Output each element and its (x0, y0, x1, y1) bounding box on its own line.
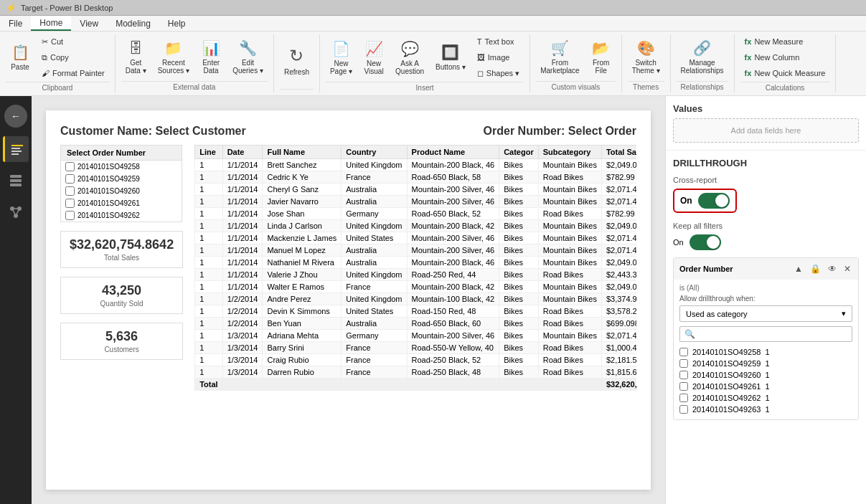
keep-filters-toggle[interactable] (689, 234, 721, 250)
from-file-button[interactable]: 📂 FromFile (587, 36, 616, 79)
filter-search-input[interactable] (698, 330, 847, 338)
table-row: 11/3/2014Darren RubioFranceRoad-250 Blac… (195, 366, 636, 379)
from-marketplace-label: FromMarketplace (540, 59, 579, 75)
filter-lock-button[interactable]: 🔒 (809, 262, 822, 275)
chevron-down-icon: ▾ (842, 309, 846, 318)
svg-rect-1 (11, 148, 20, 149)
recent-sources-button[interactable]: 📁 RecentSources ▾ (154, 36, 194, 79)
col-totalsales: Total Sales (601, 146, 636, 159)
menu-view[interactable]: View (71, 16, 107, 31)
filter-checkbox-3[interactable] (679, 382, 688, 391)
cross-report-on-label: On (680, 196, 692, 206)
new-column-button[interactable]: fx New Column (740, 50, 830, 65)
filter-expand-button[interactable]: ▲ (793, 262, 804, 275)
paste-button[interactable]: 📋 Paste (6, 36, 34, 79)
menu-home[interactable]: Home (31, 16, 71, 31)
ribbon-group-calculations: fx New Measure fx New Column fx New Quic… (735, 34, 837, 92)
filter-value-5: 20140101SO49263 (692, 405, 761, 414)
list-item[interactable]: 20140101SO49261 (61, 197, 182, 209)
data-table: Line Date Full Name Country Product Name… (194, 145, 636, 391)
filter-eye-button[interactable]: 👁 (827, 262, 838, 275)
refresh-icon: ↻ (289, 46, 303, 66)
sidebar-icon-data[interactable] (3, 168, 29, 194)
list-item[interactable]: 20140101SO49259 (61, 173, 182, 185)
menu-modeling[interactable]: Modeling (107, 16, 159, 31)
edit-queries-button[interactable]: 🔧 EditQueries ▾ (228, 36, 268, 79)
new-visual-button[interactable]: 📈 NewVisual (359, 36, 388, 79)
refresh-button[interactable]: ↻ Refresh (280, 39, 314, 82)
table-row: 11/1/2014Mackenzie L JamesUnited StatesM… (195, 232, 636, 244)
order-checkbox-0[interactable] (65, 162, 75, 171)
table-row: 11/1/2014Linda J CarlsonUnited KingdomMo… (195, 220, 636, 232)
copy-button[interactable]: ⧉ Copy (37, 50, 109, 65)
new-measure-button[interactable]: fx New Measure (740, 34, 830, 49)
svg-rect-2 (11, 151, 22, 152)
ribbon: 📋 Paste ✂ Cut ⧉ Copy 🖌 Format Painter Cl… (0, 32, 866, 96)
sidebar-icon-report[interactable] (3, 136, 29, 162)
order-number-4: 20140101SO49262 (77, 211, 140, 219)
image-button[interactable]: 🖼 Image (473, 50, 524, 65)
manage-relationships-button[interactable]: 🔗 ManageRelationships (677, 36, 728, 79)
shapes-icon: ◻ (477, 69, 484, 78)
list-item[interactable]: 20140101SO49262 (61, 209, 182, 222)
table-row: 11/2/2014Devin K SimmonsUnited StatesRoa… (195, 305, 636, 318)
report-canvas: Customer Name: Select Customer Order Num… (46, 110, 651, 490)
buttons-button[interactable]: 🔲 Buttons ▾ (431, 36, 470, 79)
table-row: 11/2/2014Ben YuanAustraliaRoad-650 Black… (195, 318, 636, 330)
enter-data-button[interactable]: 📊 EnterData (197, 36, 225, 79)
format-painter-button[interactable]: 🖌 Format Painter (37, 66, 109, 80)
switch-theme-button[interactable]: 🎨 SwitchTheme ▾ (628, 36, 664, 79)
buttons-label: Buttons ▾ (436, 63, 466, 71)
switch-theme-label: SwitchTheme ▾ (632, 59, 660, 75)
order-checkbox-1[interactable] (65, 174, 75, 184)
filter-item-1: 20140101SO49259 1 (679, 358, 852, 369)
filter-dropdown[interactable]: Used as category ▾ (679, 305, 852, 322)
filter-checkbox-2[interactable] (679, 371, 688, 379)
filter-value-4: 20140101SO49262 (692, 394, 761, 402)
table-row: 11/2/2014Andre PerezUnited KingdomMounta… (195, 293, 636, 305)
list-item[interactable]: 20140101SO49260 (61, 185, 182, 197)
filter-value-3: 20140101SO49261 (692, 382, 761, 391)
table-row: 11/1/2014Manuel M LopezAustraliaMountain… (195, 244, 636, 257)
filter-checkbox-1[interactable] (679, 359, 688, 368)
col-subcategory: Subcategory (538, 146, 601, 159)
new-page-button[interactable]: 📄 NewPage ▾ (326, 36, 357, 79)
get-data-button[interactable]: 🗄 GetData ▾ (121, 36, 151, 79)
cut-button[interactable]: ✂ Cut (37, 34, 109, 49)
sidebar-icon-model[interactable] (3, 199, 29, 225)
filter-checkbox-5[interactable] (679, 405, 688, 414)
ribbon-group-external-data: 🗄 GetData ▾ 📁 RecentSources ▾ 📊 EnterDat… (116, 34, 274, 92)
order-heading: Order Number: Select Order (484, 125, 636, 138)
order-checkbox-4[interactable] (65, 211, 75, 220)
menu-file[interactable]: File (0, 16, 31, 31)
ask-question-button[interactable]: 💬 Ask AQuestion (391, 36, 428, 79)
filter-item-4: 20140101SO49262 1 (679, 392, 852, 404)
shapes-button[interactable]: ◻ Shapes ▾ (473, 66, 524, 80)
filter-close-button[interactable]: ✕ (842, 262, 852, 275)
list-item[interactable]: 20140101SO49258 (61, 161, 182, 173)
filter-checkbox-4[interactable] (679, 394, 688, 402)
col-line: Line (195, 146, 222, 159)
new-page-icon: 📄 (332, 40, 350, 57)
text-box-button[interactable]: T Text box (473, 34, 524, 49)
custom-visuals-group-label: Custom visuals (536, 81, 615, 92)
order-checkbox-3[interactable] (65, 199, 75, 208)
back-button[interactable]: ← (4, 105, 27, 128)
add-data-fields[interactable]: Add data fields here (673, 118, 859, 143)
order-checkbox-2[interactable] (65, 186, 75, 196)
order-list-header: Select Order Number (61, 146, 182, 161)
text-box-label: Text box (485, 37, 514, 46)
filter-item-2: 20140101SO49260 1 (679, 369, 852, 381)
cross-report-toggle[interactable] (698, 193, 730, 209)
menu-help[interactable]: Help (159, 16, 194, 31)
paste-label: Paste (11, 63, 29, 71)
keep-all-filters-label: Keep all filters (673, 222, 859, 230)
text-box-icon: T (477, 37, 482, 46)
kpi-total-sales: $32,620,754.8642 Total Sales (60, 231, 183, 268)
keep-filters-on-label: On (673, 238, 684, 247)
filter-box-header: Order Number ▲ 🔒 👁 ✕ (674, 258, 858, 280)
new-quick-measure-button[interactable]: fx New Quick Measure (740, 66, 830, 80)
filter-checkbox-0[interactable] (679, 348, 688, 356)
from-marketplace-button[interactable]: 🛒 FromMarketplace (536, 36, 583, 79)
search-icon: 🔍 (684, 329, 695, 339)
